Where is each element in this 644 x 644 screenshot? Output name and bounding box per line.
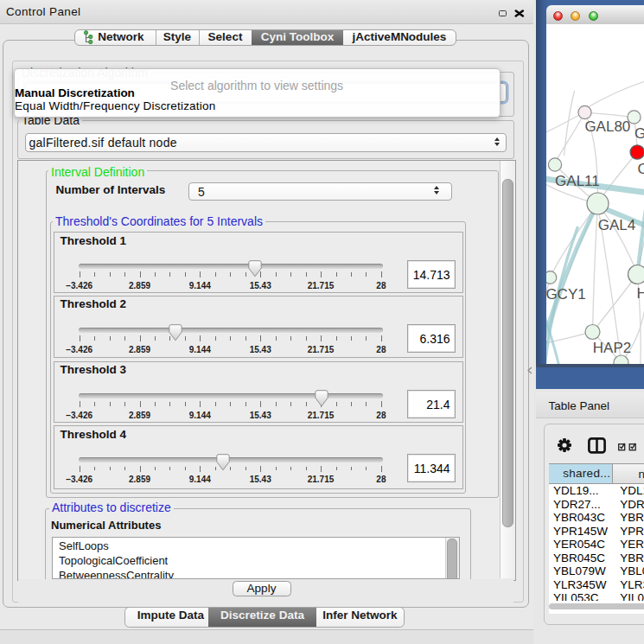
svg-text:GA: GA — [634, 125, 644, 142]
svg-text:C: C — [637, 161, 644, 177]
svg-text:H: H — [636, 285, 644, 302]
svg-text:GAL11: GAL11 — [555, 173, 600, 189]
svg-text:HAP2: HAP2 — [592, 340, 630, 356]
svg-text:GAL4: GAL4 — [597, 217, 634, 233]
svg-text:GAL80: GAL80 — [584, 118, 630, 135]
svg-text:GCY1: GCY1 — [546, 286, 586, 303]
